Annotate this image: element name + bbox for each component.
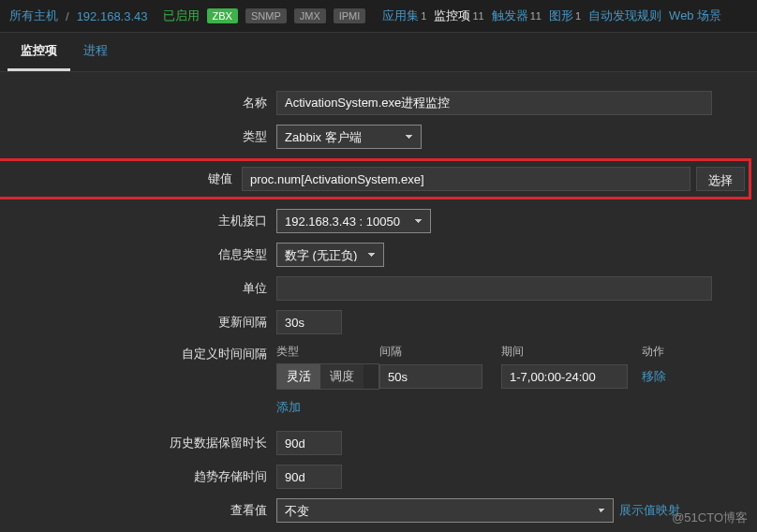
item-form: 名称 类型 Zabbix 客户端 键值 选择 主机接口 192.168.3.43… xyxy=(0,72,757,532)
opt-flexible[interactable]: 灵活 xyxy=(277,364,320,389)
link-remove-interval[interactable]: 移除 xyxy=(642,369,666,383)
select-info-type[interactable]: 数字 (无正负) xyxy=(276,243,384,267)
label-key: 键值 xyxy=(12,170,242,187)
nav-discovery[interactable]: 自动发现规则 xyxy=(588,7,661,24)
select-show-value[interactable]: 不变 xyxy=(276,498,614,523)
input-update-interval[interactable] xyxy=(276,310,342,334)
nav-triggers[interactable]: 触发器11 xyxy=(492,7,542,24)
label-show-value: 查看值 xyxy=(9,502,276,519)
label-name: 名称 xyxy=(9,95,276,111)
badge-jmx: JMX xyxy=(294,8,326,23)
watermark: @51CTO博客 xyxy=(672,510,748,526)
input-trends[interactable] xyxy=(276,465,342,489)
select-type[interactable]: Zabbix 客户端 xyxy=(276,125,422,149)
label-trends: 趋势存储时间 xyxy=(9,468,276,485)
label-info-type: 信息类型 xyxy=(9,246,276,263)
tab-process[interactable]: 进程 xyxy=(70,33,121,71)
top-bar: 所有主机 / 192.168.3.43 已启用 ZBX SNMP JMX IPM… xyxy=(0,0,757,33)
nav-web[interactable]: Web 场景 xyxy=(669,7,721,24)
interval-type-segment: 灵活 调度 xyxy=(276,363,379,390)
head-action: 动作 xyxy=(642,344,698,360)
input-history[interactable] xyxy=(276,431,342,455)
nav-applications[interactable]: 应用集1 xyxy=(382,7,426,24)
input-units[interactable] xyxy=(276,276,712,301)
key-highlight: 键值 选择 xyxy=(0,158,751,200)
host-status: 已启用 xyxy=(163,7,200,24)
tabs: 监控项 进程 xyxy=(0,33,757,72)
input-period-value[interactable] xyxy=(501,364,628,389)
input-name[interactable] xyxy=(276,91,712,115)
breadcrumb-all-hosts[interactable]: 所有主机 xyxy=(9,7,58,24)
badge-ipmi: IPMI xyxy=(334,8,366,23)
breadcrumb-sep: / xyxy=(66,9,69,23)
nav-items[interactable]: 监控项11 xyxy=(434,7,483,24)
label-interface: 主机接口 xyxy=(9,213,276,229)
head-period: 期间 xyxy=(501,344,642,360)
label-type: 类型 xyxy=(9,128,276,145)
label-update-interval: 更新间隔 xyxy=(9,314,276,331)
breadcrumb-host-ip[interactable]: 192.168.3.43 xyxy=(77,9,148,23)
input-key[interactable] xyxy=(242,167,690,191)
head-interval: 间隔 xyxy=(379,344,501,360)
link-add-interval[interactable]: 添加 xyxy=(276,400,301,414)
button-key-select[interactable]: 选择 xyxy=(696,167,745,191)
select-interface[interactable]: 192.168.3.43 : 10050 xyxy=(276,209,431,233)
input-interval-value[interactable] xyxy=(379,364,482,389)
tab-item[interactable]: 监控项 xyxy=(7,33,70,71)
nav-graphs[interactable]: 图形1 xyxy=(549,7,581,24)
label-custom-intervals: 自定义时间间隔 xyxy=(9,344,276,362)
badge-zbx: ZBX xyxy=(207,8,238,23)
label-history: 历史数据保留时长 xyxy=(9,435,276,451)
opt-scheduling[interactable]: 调度 xyxy=(320,364,364,389)
head-type: 类型 xyxy=(276,344,379,360)
label-units: 单位 xyxy=(9,280,276,297)
badge-snmp: SNMP xyxy=(245,8,287,23)
